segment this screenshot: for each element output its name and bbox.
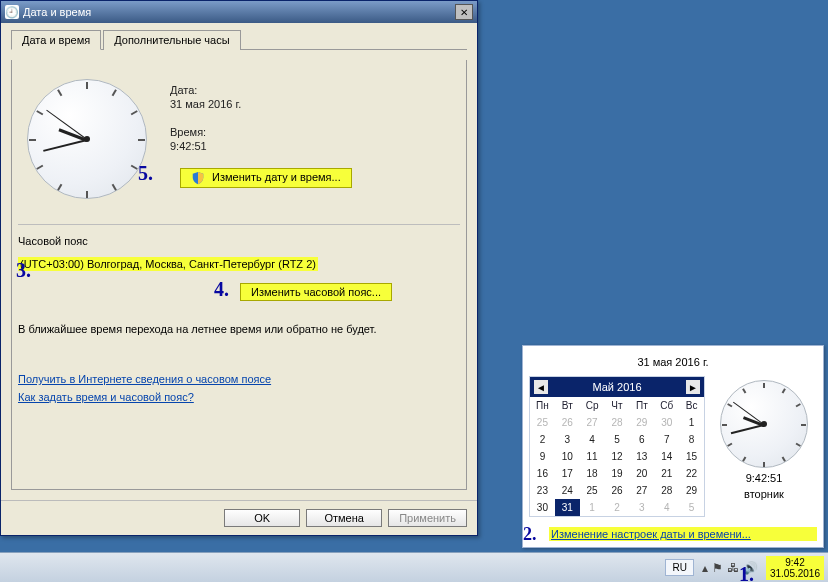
tray-expand-icon[interactable]: ▴ <box>702 561 708 575</box>
calendar-day[interactable]: 18 <box>580 465 605 482</box>
shield-icon <box>191 171 205 185</box>
taskbar: RU ▴ ⚑ 🖧 🔊 1. 9:42 31.05.2016 <box>0 552 828 582</box>
apply-button: Применить <box>388 509 467 527</box>
datetime-dialog: 🕘 Дата и время ✕ Дата и время Дополнител… <box>0 0 478 536</box>
calendar-day[interactable]: 6 <box>629 431 654 448</box>
calendar-day[interactable]: 1 <box>679 414 704 431</box>
timezone-section-title: Часовой пояс <box>18 235 460 247</box>
taskbar-clock[interactable]: 9:42 31.05.2016 <box>766 556 824 580</box>
dialog-titlebar[interactable]: 🕘 Дата и время ✕ <box>1 1 477 23</box>
ok-button[interactable]: OK <box>224 509 300 527</box>
calendar-month-label: Май 2016 <box>592 381 641 393</box>
calendar-day[interactable]: 4 <box>580 431 605 448</box>
timezone-value: (UTC+03:00) Волгоград, Москва, Санкт-Пет… <box>18 257 318 271</box>
calendar-day[interactable]: 10 <box>555 448 580 465</box>
calendar-day[interactable]: 2 <box>530 431 555 448</box>
calendar-day[interactable]: 28 <box>654 482 679 499</box>
popup-weekday: вторник <box>711 488 817 500</box>
calendar-day[interactable]: 13 <box>629 448 654 465</box>
dst-note: В ближайшее время перехода на летнее вре… <box>18 323 460 335</box>
calendar-day[interactable]: 9 <box>530 448 555 465</box>
calendar-day[interactable]: 29 <box>679 482 704 499</box>
taskbar-clock-time: 9:42 <box>770 557 820 568</box>
dialog-body: Дата и время Дополнительные часы Дата: 3… <box>1 23 477 500</box>
tab-strip: Дата и время Дополнительные часы <box>11 29 467 50</box>
close-button[interactable]: ✕ <box>455 4 473 20</box>
calendar-next-button[interactable]: ► <box>686 380 700 394</box>
calendar-dayhead: Чт <box>605 397 630 414</box>
calendar-day[interactable]: 25 <box>580 482 605 499</box>
annotation-4: 4. <box>214 278 229 301</box>
calendar-nav: ◄ Май 2016 ► <box>530 377 704 397</box>
change-datetime-button[interactable]: Изменить дату и время... <box>180 168 352 188</box>
taskbar-clock-date: 31.05.2016 <box>770 568 820 579</box>
cancel-button[interactable]: Отмена <box>306 509 382 527</box>
tab-datetime[interactable]: Дата и время <box>11 30 101 50</box>
flag-icon[interactable]: ⚑ <box>712 561 723 575</box>
popup-clock-column: 9:42:51 вторник <box>711 376 817 517</box>
calendar-day[interactable]: 5 <box>605 431 630 448</box>
calendar: ◄ Май 2016 ► ПнВтСрЧтПтСбВс2526272829301… <box>529 376 705 517</box>
calendar-day[interactable]: 30 <box>654 414 679 431</box>
calendar-day[interactable]: 3 <box>629 499 654 516</box>
calendar-day[interactable]: 8 <box>679 431 704 448</box>
calendar-dayhead: Ср <box>580 397 605 414</box>
calendar-day[interactable]: 21 <box>654 465 679 482</box>
calendar-day[interactable]: 25 <box>530 414 555 431</box>
date-label: Дата: <box>170 84 352 96</box>
change-datetime-settings-link[interactable]: Изменение настроек даты и времени... <box>549 527 817 541</box>
calendar-day[interactable]: 24 <box>555 482 580 499</box>
calendar-day[interactable]: 28 <box>605 414 630 431</box>
calendar-day[interactable]: 11 <box>580 448 605 465</box>
calendar-day[interactable]: 22 <box>679 465 704 482</box>
calendar-day[interactable]: 27 <box>580 414 605 431</box>
calendar-day[interactable]: 29 <box>629 414 654 431</box>
calendar-day[interactable]: 2 <box>605 499 630 516</box>
date-value: 31 мая 2016 г. <box>170 98 352 110</box>
calendar-day[interactable]: 14 <box>654 448 679 465</box>
calendar-day[interactable]: 27 <box>629 482 654 499</box>
annotation-5: 5. <box>138 162 153 185</box>
time-label: Время: <box>170 126 352 138</box>
link-timezone-info[interactable]: Получить в Интернете сведения о часовом … <box>18 373 460 385</box>
calendar-dayhead: Сб <box>654 397 679 414</box>
calendar-day[interactable]: 3 <box>555 431 580 448</box>
calendar-day[interactable]: 15 <box>679 448 704 465</box>
link-howto-set-time[interactable]: Как задать время и часовой пояс? <box>18 391 460 403</box>
language-indicator[interactable]: RU <box>665 559 693 576</box>
annotation-2: 2. <box>523 524 537 545</box>
calendar-dayhead: Пн <box>530 397 555 414</box>
tab-content: Дата: 31 мая 2016 г. Время: 9:42:51 5. И… <box>11 60 467 490</box>
popup-analog-clock <box>720 380 808 468</box>
calendar-day[interactable]: 5 <box>679 499 704 516</box>
dialog-title: Дата и время <box>23 6 455 18</box>
calendar-grid: ПнВтСрЧтПтСбВс25262728293012345678910111… <box>530 397 704 516</box>
clock-app-icon: 🕘 <box>5 5 19 19</box>
change-timezone-button[interactable]: Изменить часовой пояс... <box>240 283 392 301</box>
calendar-day[interactable]: 30 <box>530 499 555 516</box>
calendar-day[interactable]: 4 <box>654 499 679 516</box>
dialog-button-row: OK Отмена Применить <box>1 500 477 535</box>
calendar-day[interactable]: 17 <box>555 465 580 482</box>
calendar-dayhead: Пт <box>629 397 654 414</box>
calendar-day[interactable]: 16 <box>530 465 555 482</box>
calendar-day[interactable]: 12 <box>605 448 630 465</box>
annotation-3: 3. <box>16 259 31 282</box>
calendar-day[interactable]: 19 <box>605 465 630 482</box>
tray-datetime-popup: 31 мая 2016 г. ◄ Май 2016 ► ПнВтСрЧтПтСб… <box>522 345 824 548</box>
calendar-day[interactable]: 26 <box>605 482 630 499</box>
calendar-day[interactable]: 1 <box>580 499 605 516</box>
calendar-dayhead: Вс <box>679 397 704 414</box>
annotation-1: 1. <box>739 563 754 583</box>
popup-time-value: 9:42:51 <box>711 472 817 484</box>
network-icon[interactable]: 🖧 <box>727 561 739 575</box>
calendar-dayhead: Вт <box>555 397 580 414</box>
time-value: 9:42:51 <box>170 140 352 152</box>
calendar-day[interactable]: 31 <box>555 499 580 516</box>
calendar-day[interactable]: 7 <box>654 431 679 448</box>
calendar-prev-button[interactable]: ◄ <box>534 380 548 394</box>
calendar-day[interactable]: 20 <box>629 465 654 482</box>
tab-additional-clocks[interactable]: Дополнительные часы <box>103 30 240 50</box>
calendar-day[interactable]: 23 <box>530 482 555 499</box>
calendar-day[interactable]: 26 <box>555 414 580 431</box>
